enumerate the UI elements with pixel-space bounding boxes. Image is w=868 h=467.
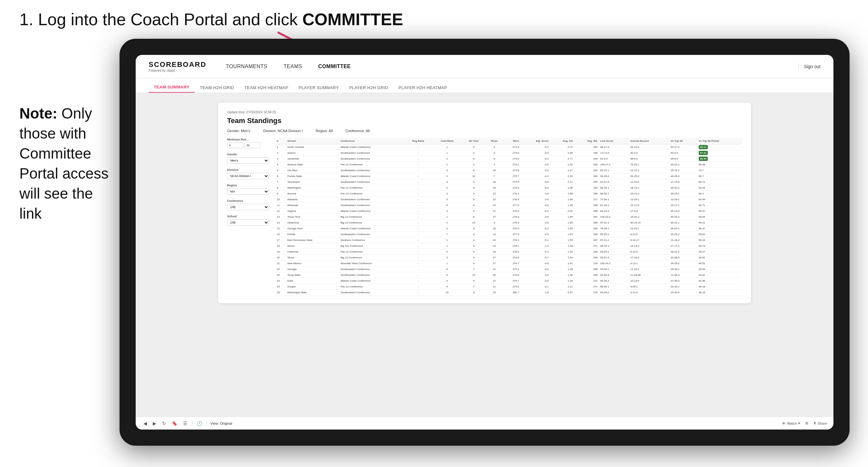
col-school: School [286, 138, 339, 144]
school-cell: New Mexico [286, 261, 339, 267]
min-rounds-filter: Minimum Rou... [227, 138, 269, 148]
region-select[interactable]: N/A [227, 188, 269, 195]
toolbar-bookmark[interactable]: 🔖 [170, 420, 179, 427]
rnds-cell: 27 [486, 278, 503, 284]
avg-rd-cell: 260 [574, 150, 599, 156]
sub-nav-player-h2h-heatmap[interactable]: PLAYER H2H HEATMAP [393, 83, 452, 93]
no-tour-cell: 9 [462, 156, 486, 162]
no-tour-cell: 10 [462, 272, 486, 278]
avg-rd-cell: 269 [574, 220, 599, 226]
school-cell: Duke [286, 278, 339, 284]
avg-sg-cell: 1.44 [550, 255, 574, 261]
vs-top25-cell: 46-26-2 [669, 174, 698, 179]
school-select[interactable]: (All) [227, 219, 269, 226]
sub-nav-player-h2h-grid[interactable]: PLAYER H2H GRID [344, 83, 394, 93]
standings-table: # School Conference Reg Rank Conf Rank N… [276, 138, 742, 295]
conf-rank-cell: 2 [432, 220, 462, 226]
rnds-cell: 4 [486, 162, 503, 167]
toolbar-forward[interactable]: ▶ [152, 420, 158, 427]
share-btn[interactable]: ⬆ Share [813, 421, 827, 425]
view-original-btn[interactable]: View: Original [210, 422, 232, 425]
low-score-cell: 87-21-2 [599, 238, 629, 243]
toolbar-list[interactable]: ☰ [182, 420, 189, 427]
sub-nav-team-summary[interactable]: TEAM SUMMARY [149, 82, 195, 93]
adj-score-cell: -5.5 [520, 179, 550, 185]
table-row: 7 Tennessee Southeastern Conference - 4 … [276, 179, 742, 185]
sub-nav-team-h2h-grid[interactable]: TEAM H2H GRID [195, 83, 239, 93]
table-row: 19 California Pac-12 Conference - 4 8 24… [276, 249, 742, 255]
no-tour-cell: 8 [462, 249, 486, 255]
vs-top50-cell: 73.7 [698, 167, 742, 174]
table-row: 22 Georgia Southeastern Conference - 8 7… [276, 267, 742, 272]
avg-rd-cell: 267 [574, 214, 599, 220]
adj-score-cell: -6.0 [520, 185, 550, 191]
conference-select[interactable]: (All) [227, 204, 269, 210]
school-cell: North Carolina [286, 144, 339, 150]
reg-rank-cell: - [404, 174, 432, 179]
step-text-main: Log into the Coach Portal and click [38, 10, 302, 29]
rnds-cell: 18 [486, 167, 503, 174]
school-cell: Arkansas [286, 203, 339, 208]
gender-select[interactable]: Men's [227, 157, 269, 164]
avg-sg-cell: 1.63 [550, 231, 574, 238]
sub-nav-team-h2h-heatmap[interactable]: TEAM H2H HEATMAP [239, 83, 293, 93]
toolbar-back[interactable]: ◀ [142, 420, 148, 427]
nav-committee[interactable]: COMMITTEE [318, 62, 351, 71]
update-time: Update time: 27/03/2024 16:56:26 [227, 111, 742, 114]
avg-rd-cell: 260 [574, 249, 599, 255]
note-content: Only those with Committee Portal access … [20, 105, 108, 222]
conference-cell: Southeastern Conference [339, 231, 404, 238]
toolbar-clock[interactable]: 🕐 [195, 420, 204, 427]
toolbar-refresh[interactable]: ↻ [161, 420, 167, 427]
min-rounds-from[interactable] [227, 143, 243, 148]
vs-top50-cell: 56.02 [698, 231, 742, 238]
no-tour-cell: 9 [462, 191, 486, 197]
avg-sg-cell: 1.39 [550, 278, 574, 284]
vs-top25-cell: 23-18-2 [669, 238, 698, 243]
low-score-cell: 88-17-0 [599, 144, 629, 150]
rank-cell: 20 [276, 255, 286, 261]
nav-teams[interactable]: TEAMS [284, 62, 302, 71]
reg-rank-cell: - [404, 185, 432, 191]
toolbar-right: 👁 Watch ▾ ⊞ ⬆ Share [782, 421, 827, 425]
vs-top25-cell: 29-15-1 [669, 167, 698, 174]
no-tour-cell: 9 [462, 231, 486, 238]
nav-links: TOURNAMENTS TEAMS COMMITTEE [226, 62, 799, 71]
avg-rd-cell: 271 [574, 243, 599, 249]
conference-cell: Southeastern Conference [339, 167, 404, 174]
sign-out-link[interactable]: Sign out [804, 64, 820, 69]
min-rounds-to[interactable] [245, 143, 261, 148]
conference-cell: Southeastern Conference [339, 150, 404, 156]
avg-rd-cell: 266 [574, 267, 599, 272]
vs-top50-cell: 48.18 [698, 284, 742, 290]
avg-rd-cell: 269 [574, 255, 599, 261]
conf-rank-cell: 1 [432, 243, 462, 249]
tablet-screen: SCOREBOARD Powered by clippd TOURNAMENTS… [136, 55, 833, 430]
navbar: SCOREBOARD Powered by clippd TOURNAMENTS… [136, 55, 833, 78]
reg-rank-cell: - [404, 144, 432, 150]
vs-top25-cell: 11-19-0 [669, 179, 698, 185]
conf-rank-cell: 4 [432, 226, 462, 231]
nav-tournaments[interactable]: TOURNAMENTS [226, 62, 268, 71]
standings-card: Update time: 27/03/2024 16:56:26 Team St… [218, 103, 751, 303]
col-adj-score: Adj. Score [520, 138, 550, 144]
toolbar-icon1[interactable]: ⊞ [805, 421, 808, 425]
toolbar-sep2 [207, 420, 207, 427]
sub-nav-player-summary[interactable]: PLAYER SUMMARY [293, 83, 344, 93]
table-row: 25 Oregon Pac-12 Conference - 5 7 21 279… [276, 284, 742, 290]
rank-cell: 19 [276, 249, 286, 255]
table-header-row: # School Conference Reg Rank Conf Rank N… [276, 138, 742, 144]
vs-top25-cell: 37-30-0 [669, 278, 698, 284]
rank-cell: 2 [276, 150, 286, 156]
vs-top25-cell: 29-39-1 [669, 267, 698, 272]
table-row: 24 Duke Atlantic Coast Conference - 5 9 … [276, 278, 742, 284]
rnds-cell: 26 [486, 226, 503, 231]
adj-score-cell: -5.2 [520, 144, 550, 150]
school-cell: Georgia [286, 267, 339, 272]
no-tour-cell: 8 [462, 185, 486, 191]
adj-score-cell: -5.0 [520, 167, 550, 174]
watch-btn[interactable]: 👁 Watch ▾ [782, 421, 800, 425]
vs-top25-cell: 23-17-1 [669, 203, 698, 208]
division-select[interactable]: NCAA Division I [227, 173, 269, 179]
low-score-cell: 117-4-0 [599, 150, 629, 156]
